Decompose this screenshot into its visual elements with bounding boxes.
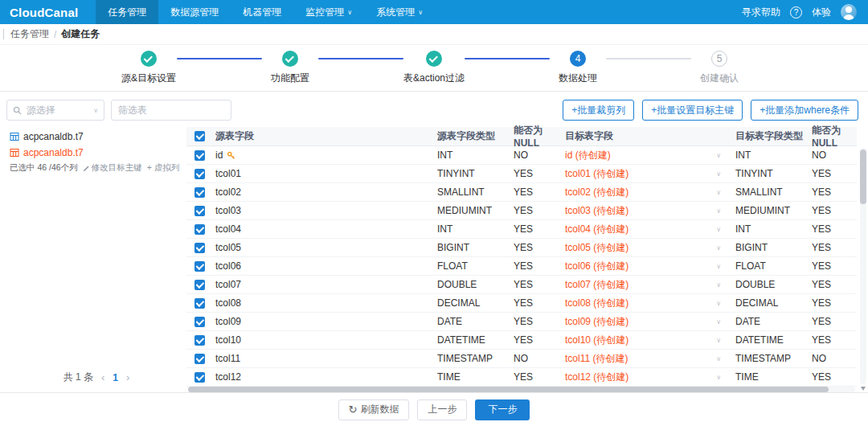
tree-item-source-table[interactable]: acpcanaldb.t7: [10, 131, 183, 142]
target-field-select[interactable]: id (待创建) ∨: [565, 149, 735, 162]
horizontal-scrollbar-thumb[interactable]: [188, 387, 829, 392]
nav-item-datasource-management[interactable]: 数据源管理: [158, 0, 231, 24]
vertical-scrollbar-thumb[interactable]: [860, 150, 866, 204]
chevron-down-icon[interactable]: ∨: [716, 355, 721, 363]
row-checkbox[interactable]: [194, 206, 205, 216]
trial-link[interactable]: 体验: [812, 6, 831, 19]
chevron-down-icon[interactable]: ∨: [716, 263, 721, 270]
target-field-select[interactable]: tcol07 (待创建) ∨: [565, 278, 735, 292]
table-row: tcol06 FLOAT YES tcol06 (待创建) ∨ FLOAT YE…: [186, 257, 857, 276]
help-link[interactable]: 寻求帮助: [742, 6, 780, 19]
step-label: 创建确认: [700, 72, 739, 85]
target-field-select[interactable]: tcol03 (待创建) ∨: [565, 204, 735, 218]
previous-step-button[interactable]: 上一步: [417, 399, 467, 420]
chevron-down-icon[interactable]: ∨: [716, 300, 721, 307]
toolbar-actions: +批量裁剪列 +批量设置目标主键 +批量添加where条件: [563, 100, 858, 121]
chevron-down-icon[interactable]: ∨: [716, 337, 721, 344]
breadcrumb-current: 创建任务: [61, 27, 100, 41]
row-checkbox[interactable]: [194, 187, 205, 198]
source-field-type: FLOAT: [437, 260, 514, 272]
target-field-select[interactable]: tcol11 (待创建) ∨: [565, 352, 735, 366]
row-checkbox[interactable]: [194, 354, 205, 364]
horizontal-scrollbar[interactable]: [188, 387, 855, 392]
step-source-target: 源&目标设置: [121, 51, 177, 85]
row-checkbox[interactable]: [194, 298, 205, 309]
target-field-type: INT: [735, 150, 812, 161]
row-checkbox[interactable]: [194, 224, 205, 235]
batch-trim-columns-button[interactable]: +批量裁剪列: [563, 100, 634, 121]
pagination-prev-icon[interactable]: ‹: [101, 371, 104, 383]
chevron-down-icon[interactable]: ∨: [716, 170, 721, 178]
refresh-data-button[interactable]: ↻ 刷新数据: [338, 399, 410, 420]
navbar-right: 寻求帮助 ? 体验: [742, 4, 857, 20]
table-filter-input[interactable]: [111, 100, 231, 121]
chevron-down-icon[interactable]: ∨: [716, 226, 721, 233]
source-field-cell: tcol10: [212, 334, 437, 346]
chevron-down-icon[interactable]: ∨: [716, 318, 721, 326]
source-nullable: YES: [514, 205, 565, 216]
nav-item-machine-management[interactable]: 机器管理: [231, 0, 293, 24]
source-field-type: TIMESTAMP: [437, 353, 514, 364]
chevron-down-icon[interactable]: ∨: [716, 281, 721, 289]
source-field-cell: tcol09: [212, 316, 437, 327]
breadcrumb-section[interactable]: 任务管理: [10, 27, 49, 41]
source-field-type: DECIMAL: [437, 297, 514, 309]
source-nullable: YES: [514, 260, 565, 272]
target-field-select[interactable]: tcol06 (待创建) ∨: [565, 260, 735, 273]
chevron-down-icon[interactable]: ∨: [716, 374, 721, 381]
row-checkbox[interactable]: [194, 335, 205, 346]
avatar[interactable]: [841, 4, 857, 20]
chevron-down-icon[interactable]: ∨: [716, 207, 721, 215]
pagination-next-icon[interactable]: ›: [126, 371, 129, 383]
edit-target-pk-link[interactable]: 修改目标主键: [83, 162, 142, 174]
source-field-type: TINYINT: [437, 168, 514, 179]
source-field-name: tcol09: [215, 316, 241, 327]
row-checkbox[interactable]: [194, 317, 205, 327]
row-checkbox[interactable]: [194, 150, 205, 161]
select-all-checkbox[interactable]: [194, 131, 205, 141]
row-checkbox[interactable]: [194, 261, 205, 272]
target-field-select[interactable]: tcol01 (待创建) ∨: [565, 167, 735, 181]
chevron-down-icon[interactable]: ∨: [716, 189, 721, 196]
batch-set-target-pk-button[interactable]: +批量设置目标主键: [642, 100, 743, 121]
target-field-select[interactable]: tcol05 (待创建) ∨: [565, 241, 735, 255]
question-icon[interactable]: ?: [790, 6, 802, 18]
brand-logo[interactable]: CloudCanal: [10, 6, 78, 19]
nav-item-task-management[interactable]: 任务管理: [96, 0, 158, 24]
next-step-button[interactable]: 下一步: [475, 399, 530, 420]
target-field-select[interactable]: tcol09 (待创建) ∨: [565, 315, 735, 329]
vertical-scrollbar[interactable]: [860, 148, 866, 384]
target-nullable: NO: [812, 150, 857, 161]
row-checkbox-cell: [186, 169, 212, 179]
target-field-select[interactable]: tcol04 (待创建) ∨: [565, 223, 735, 236]
target-field-select[interactable]: tcol08 (待创建) ∨: [565, 297, 735, 310]
pagination-page-1[interactable]: 1: [113, 372, 118, 383]
target-nullable: YES: [812, 316, 857, 327]
target-field-select[interactable]: tcol10 (待创建) ∨: [565, 334, 735, 347]
chevron-down-icon[interactable]: ∨: [716, 244, 721, 252]
virtual-column-link[interactable]: + 虚拟列: [147, 162, 180, 174]
main-content: acpcanaldb.t7 acpcanaldb.t7 已选中 46 /46个列…: [0, 127, 868, 392]
target-field-type: SMALLINT: [735, 186, 812, 198]
source-select[interactable]: 源选择 ∨: [6, 100, 104, 121]
target-field-select[interactable]: tcol12 (待创建) ∨: [565, 371, 735, 384]
table-tree-panel: acpcanaldb.t7 acpcanaldb.t7 已选中 46 /46个列…: [6, 127, 186, 392]
row-checkbox[interactable]: [194, 243, 205, 253]
scroll-down-icon[interactable]: [861, 387, 866, 391]
row-checkbox[interactable]: [194, 169, 205, 179]
target-field-name: tcol10 (待创建): [565, 334, 628, 347]
target-field-select[interactable]: tcol02 (待创建) ∨: [565, 186, 735, 199]
batch-add-where-button[interactable]: +批量添加where条件: [751, 100, 858, 121]
nav-item-system-management[interactable]: 系统管理 ∨: [364, 0, 435, 24]
target-field-name: tcol11 (待创建): [565, 352, 628, 366]
source-field-type: INT: [437, 223, 514, 235]
target-field-type: DECIMAL: [735, 297, 812, 309]
row-checkbox-cell: [186, 317, 212, 327]
source-field-name: tcol01: [215, 168, 241, 179]
row-checkbox[interactable]: [194, 280, 205, 290]
row-checkbox[interactable]: [194, 372, 205, 383]
nav-item-monitor-management[interactable]: 监控管理 ∨: [293, 0, 364, 24]
target-table-name: acpcanaldb.t7: [23, 147, 84, 158]
tree-item-target-table[interactable]: acpcanaldb.t7: [10, 147, 183, 158]
chevron-down-icon[interactable]: ∨: [716, 152, 721, 159]
